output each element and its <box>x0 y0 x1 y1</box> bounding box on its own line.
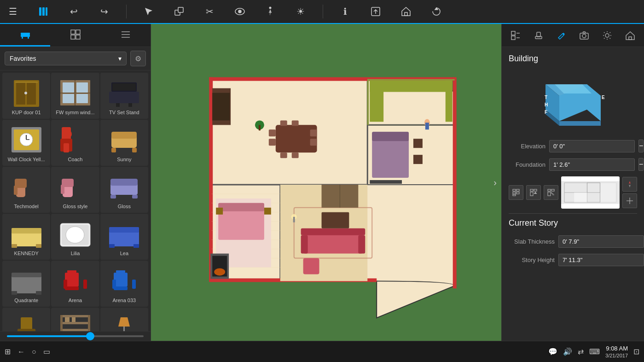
list-item[interactable] <box>100 308 148 331</box>
furniture-tab[interactable] <box>0 24 50 47</box>
list-item[interactable]: TV Set Stand <box>100 73 148 119</box>
view-stairs-btn[interactable] <box>544 185 558 200</box>
item-thumb-techmodel <box>8 170 45 203</box>
sound-taskbar-icon[interactable]: 🔊 <box>563 347 572 356</box>
size-slider-thumb[interactable] <box>86 332 94 340</box>
svg-rect-63 <box>12 244 17 248</box>
svg-rect-75 <box>36 291 41 295</box>
taskbar-left: ⊞ ← ○ ▭ <box>5 347 50 356</box>
item-thumb-chair1 <box>8 311 45 331</box>
refresh-icon[interactable] <box>428 3 445 20</box>
slab-thickness-label: Slab Thickness <box>509 238 555 245</box>
list-item[interactable]: KENNEDY <box>2 214 50 260</box>
item-label: Quadrante <box>14 298 38 304</box>
view-grid-btn[interactable] <box>509 185 523 200</box>
info-icon[interactable]: ℹ <box>337 3 354 20</box>
item-thumb-quadrante <box>8 264 45 297</box>
svg-rect-200 <box>534 189 537 191</box>
list-item[interactable]: KUP door 01 <box>2 73 50 119</box>
svg-rect-201 <box>530 192 533 196</box>
svg-rect-16 <box>71 35 75 39</box>
list-item[interactable]: Quadrante <box>2 261 50 307</box>
divider1 <box>509 213 637 214</box>
sun-settings-rtab[interactable] <box>599 27 615 44</box>
network-taskbar-icon[interactable]: ⇄ <box>578 347 584 356</box>
edit-rtab[interactable] <box>553 27 570 44</box>
elevation-input[interactable] <box>549 140 635 152</box>
story-height-input[interactable] <box>558 254 644 266</box>
svg-point-173 <box>582 34 586 38</box>
library-icon[interactable] <box>35 3 52 20</box>
back-icon[interactable]: ← <box>17 348 25 356</box>
duplicate-icon[interactable] <box>171 3 187 20</box>
foundation-input[interactable] <box>549 158 635 171</box>
svg-rect-0 <box>39 7 41 16</box>
svg-rect-203 <box>551 189 554 191</box>
home-taskbar-icon[interactable]: ○ <box>32 348 36 356</box>
slab-thickness-input[interactable] <box>558 235 644 248</box>
export-icon[interactable] <box>367 3 384 20</box>
scissors-icon[interactable]: ✂ <box>201 3 218 20</box>
compass-icon[interactable] <box>622 177 637 192</box>
view-up-btn[interactable] <box>526 185 541 200</box>
svg-line-180 <box>610 38 611 39</box>
select-icon[interactable] <box>140 3 157 20</box>
stamp-rtab[interactable] <box>530 27 547 44</box>
svg-rect-24 <box>15 82 38 83</box>
design-tab[interactable] <box>50 24 100 47</box>
item-thumb-sunny <box>106 123 143 156</box>
notification-taskbar-icon[interactable]: 💬 <box>548 347 557 356</box>
select-rtab[interactable] <box>507 27 524 44</box>
list-item[interactable]: Lilia <box>51 214 99 260</box>
svg-rect-71 <box>133 244 139 248</box>
list-item[interactable]: Gloss style <box>51 167 99 213</box>
list-item[interactable]: Lea <box>100 214 148 260</box>
list-item[interactable]: Arena 033 <box>100 261 148 307</box>
favorites-dropdown[interactable]: Favorites ▾ <box>5 52 127 65</box>
svg-rect-122 <box>367 79 454 81</box>
left-panel-header: Favorites ▾ ⚙ <box>0 47 151 70</box>
svg-rect-72 <box>12 275 41 293</box>
walk-icon[interactable] <box>262 3 278 20</box>
redo-icon[interactable]: ↪ <box>96 3 112 20</box>
svg-rect-154 <box>216 208 223 215</box>
list-item[interactable]: Arena <box>51 261 99 307</box>
right-panel: Building <box>501 24 644 341</box>
undo-icon[interactable]: ↩ <box>65 3 82 20</box>
home-settings-rtab[interactable] <box>622 27 638 44</box>
menu-icon[interactable]: ☰ <box>5 3 21 20</box>
list-item[interactable]: Coach <box>51 120 99 166</box>
left-panel: Favorites ▾ ⚙ KUP door 01 <box>0 24 151 341</box>
zoom-icon[interactable] <box>622 193 637 208</box>
list-item[interactable]: Sunny <box>100 120 148 166</box>
settings-button[interactable]: ⚙ <box>130 51 146 66</box>
svg-rect-37 <box>128 103 132 107</box>
size-slider-track <box>7 335 144 337</box>
svg-rect-85 <box>114 286 128 290</box>
svg-rect-59 <box>110 195 116 199</box>
list-item[interactable] <box>2 308 50 331</box>
home-top-icon[interactable] <box>398 3 414 20</box>
list-tab[interactable] <box>100 24 151 47</box>
expand-canvas-arrow[interactable]: › <box>493 177 497 188</box>
center-canvas[interactable]: › <box>151 24 501 341</box>
eye-icon[interactable] <box>232 3 248 20</box>
foundation-minus-btn[interactable]: − <box>638 158 644 171</box>
windows-start-icon[interactable]: ⊞ <box>5 347 11 356</box>
expand-taskbar-icon[interactable]: ⊡ <box>633 347 639 356</box>
camera-rtab[interactable] <box>576 27 592 44</box>
keyboard-taskbar-icon[interactable]: ⌨ <box>589 347 600 356</box>
sep2 <box>323 5 323 18</box>
list-item[interactable]: FW symm wind... <box>51 73 99 119</box>
list-item[interactable]: Techmodel <box>2 167 50 213</box>
tablet-icon[interactable]: ▭ <box>43 347 50 356</box>
list-item[interactable] <box>51 308 99 331</box>
list-item[interactable]: Gloss <box>100 167 148 213</box>
svg-rect-90 <box>60 315 90 317</box>
elevation-minus-btn[interactable]: − <box>638 140 644 152</box>
elevation-row: Elevation − + <box>509 140 637 152</box>
list-item[interactable]: Wall Clock Yell... <box>2 120 50 166</box>
svg-marker-98 <box>118 317 130 327</box>
sun-icon[interactable]: ☀ <box>292 3 309 20</box>
svg-rect-158 <box>303 258 319 274</box>
